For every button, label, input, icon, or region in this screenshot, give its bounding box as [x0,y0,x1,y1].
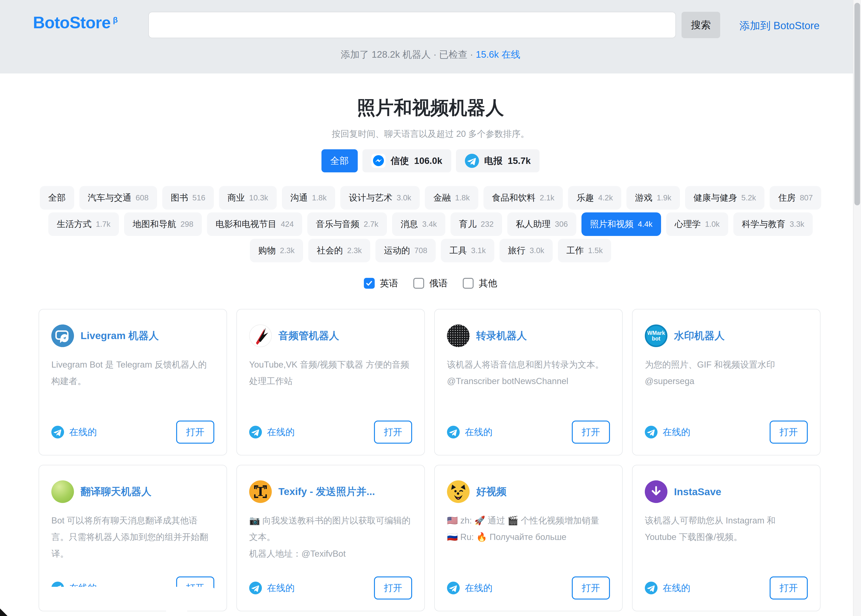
bot-card: 音频管机器人YouTube,VK 音频/视频下载器 方便的音频处理工作站在线的打… [236,309,425,456]
bot-title-link[interactable]: 翻译聊天机器人 [80,485,214,498]
add-to-botostore-link[interactable]: 添加到 BotoStore [740,19,820,33]
checkbox-checked-icon[interactable] [364,278,375,289]
bot-status-label: 在线的 [267,426,295,438]
category-tag[interactable]: 运动的708 [376,239,436,262]
category-label: 电影和电视节目 [215,218,277,230]
bot-title-link[interactable]: 好视频 [476,485,610,498]
category-tag[interactable]: 游戏1.9k [627,186,680,210]
category-tag[interactable]: 科学与教育3.3k [733,212,813,236]
category-tag[interactable]: 私人助理306 [507,212,576,236]
open-button[interactable]: 打开 [176,421,214,444]
bot-status: 在线的 [447,426,492,438]
bot-description: 为您的照片、GIF 和视频设置水印@supersega [645,357,808,421]
bot-status: 在线的 [645,581,690,594]
bot-title-link[interactable]: 音频管机器人 [278,329,412,343]
category-tag[interactable]: 图书516 [162,186,214,210]
category-label: 科学与教育 [742,218,786,230]
bot-title-link[interactable]: Texify - 发送照片并... [278,485,412,498]
category-tag[interactable]: 育儿232 [451,212,502,236]
language-checkbox-1[interactable]: 俄语 [413,277,448,290]
category-tag[interactable]: 购物2.3k [250,239,303,262]
bot-description-line: 该机器人可帮助您从 Instagram 和 Youtube 下载图像/视频。 [645,512,808,545]
category-label: 乐趣 [577,192,594,204]
category-tag[interactable]: 地图和导航298 [124,212,202,236]
platform-tab-all[interactable]: 全部 [322,149,358,172]
page-title: 照片和视频机器人 [0,96,861,120]
category-tag[interactable]: 音乐与音频2.7k [307,212,387,236]
category-tag[interactable]: 食品和饮料2.1k [484,186,563,210]
category-tag[interactable]: 设计与艺术3.0k [340,186,420,210]
logo-text: BotoStore [33,13,110,32]
stats-online-count[interactable]: 15.6k 在线 [476,49,520,60]
logo[interactable]: BotoStoreβ [33,13,118,32]
bot-title-link[interactable]: Livegram 机器人 [80,329,214,343]
language-checkbox-0[interactable]: 英语 [364,277,398,290]
bot-description-line: 🇷🇺 Ru: 🔥 Получайте больше [447,529,610,545]
bot-card-header: InstaSave [645,480,808,503]
scrollbar-thumb[interactable] [855,3,860,205]
category-label: 金融 [433,192,451,204]
category-tag[interactable]: 电影和电视节目424 [207,212,302,236]
scrollbar-track[interactable] [853,0,861,616]
search-input[interactable] [148,12,676,38]
language-checkbox-2[interactable]: 其他 [463,277,497,290]
category-tag[interactable]: 工具3.1k [441,239,494,262]
category-tag[interactable]: 商业10.3k [219,186,277,210]
category-tag[interactable]: 汽车与交通608 [79,186,157,210]
category-tag[interactable]: 照片和视频4.4k [581,212,661,236]
category-count: 2.3k [347,246,362,255]
category-tag[interactable]: 全部 [40,186,74,210]
bot-status-label: 在线的 [663,426,690,438]
bot-avatar-instasave-icon [645,480,668,503]
bot-title-link[interactable]: 水印机器人 [674,329,808,343]
category-tag[interactable]: 金融1.8k [425,186,478,210]
logo-beta-badge: β [113,15,118,24]
category-tag[interactable]: 工作1.5k [558,239,611,262]
bot-description: Livegram Bot 是 Telegram 反馈机器人的构建者。 [51,357,214,421]
bot-status: 在线的 [249,426,295,438]
category-count: 1.8k [455,193,470,202]
category-tag[interactable]: 社会的2.3k [308,239,370,262]
page-subtitle: 按回复时间、聊天语言以及超过 20 多个参数排序。 [0,128,861,140]
open-button[interactable]: 打开 [770,421,808,444]
category-tag[interactable]: 心理学1.0k [666,212,728,236]
checkbox-unchecked-icon[interactable] [413,278,424,289]
category-label: 旅行 [508,245,525,256]
telegram-icon [51,426,64,438]
open-button[interactable]: 打开 [770,577,808,600]
category-tag[interactable]: 住房807 [770,186,821,210]
bot-card-header: WMarkbot水印机器人 [645,324,808,347]
category-count: 1.9k [657,193,671,202]
category-tag[interactable]: 旅行3.0k [500,239,553,262]
open-button[interactable]: 打开 [572,421,610,444]
bot-avatar-livegram-icon [51,324,74,347]
open-button[interactable]: 打开 [572,577,610,600]
category-count: 1.7k [96,220,110,229]
open-button[interactable]: 打开 [374,421,412,444]
category-label: 住房 [778,192,795,204]
bot-title-link[interactable]: InstaSave [674,486,808,498]
category-tag[interactable]: 乐趣4.2k [568,186,621,210]
category-label: 心理学 [675,218,701,230]
category-count: 232 [481,220,493,229]
bot-title-link[interactable]: 转录机器人 [476,329,610,343]
category-tag[interactable]: 健康与健身5.2k [685,186,764,210]
bot-status: 在线的 [447,581,492,594]
category-label: 音乐与音频 [316,218,359,230]
search-button[interactable]: 搜索 [682,12,720,38]
platform-tab-telegram[interactable]: 电报15.7k [456,149,540,172]
bot-card-footer: 在线的打开 [645,577,808,600]
platform-tab-messenger[interactable]: 信使106.0k [363,149,451,172]
bot-card-footer: 在线的打开 [249,577,412,600]
checkbox-unchecked-icon[interactable] [463,278,474,289]
category-label: 私人助理 [516,218,551,230]
category-tag[interactable]: 沟通1.8k [282,186,335,210]
svg-text:T: T [256,484,265,499]
open-button[interactable]: 打开 [374,577,412,600]
category-label: 运动的 [384,245,410,256]
category-tag[interactable]: 生活方式1.7k [48,212,119,236]
category-tag[interactable]: 消息3.4k [392,212,445,236]
category-label: 社会的 [317,245,343,256]
bot-status: 在线的 [645,426,690,438]
category-label: 消息 [401,218,418,230]
